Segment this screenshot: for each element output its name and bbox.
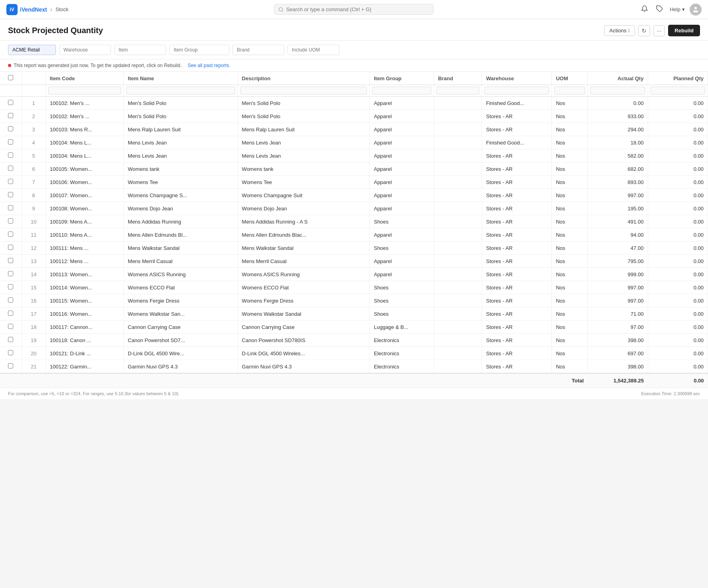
row-itemcode: 100105: Women... <box>46 162 123 176</box>
avatar[interactable] <box>690 4 702 16</box>
row-warehouse: Stores - AR <box>482 110 552 123</box>
row-checkbox[interactable] <box>8 311 13 316</box>
table-row: 19 100118: Canon ... Canon Powershot SD7… <box>0 334 708 347</box>
row-uom: Nos <box>552 202 588 215</box>
row-checkbox-cell <box>0 202 22 215</box>
notice-link[interactable]: See all past reports. <box>188 63 230 68</box>
filter-brand-input[interactable] <box>436 87 479 95</box>
col-header-plannedqty[interactable]: Planned Qty <box>648 72 708 85</box>
nav-separator: › <box>50 6 52 13</box>
row-itemgroup: Shoes <box>370 215 434 228</box>
row-warehouse: Stores - AR <box>482 162 552 176</box>
row-checkbox[interactable] <box>8 126 13 131</box>
row-itemname: Mens Walkstar Sandal <box>124 242 238 255</box>
row-checkbox-cell <box>0 360 22 374</box>
filter-rownum-col <box>22 85 46 97</box>
row-checkbox[interactable] <box>8 232 13 237</box>
col-header-actualqty[interactable]: Actual Qty <box>588 72 648 85</box>
tags-button[interactable] <box>654 4 665 16</box>
table-row: 15 100114: Women... Womens ECCO Flat Wom… <box>0 281 708 294</box>
row-itemgroup: Electronics <box>370 360 434 374</box>
row-checkbox[interactable] <box>8 218 13 224</box>
row-itemname: Cannon Carrying Case <box>124 321 238 334</box>
help-button[interactable]: Help ▾ <box>670 6 685 12</box>
row-checkbox[interactable] <box>8 139 13 145</box>
row-itemcode: 100112: Mens ... <box>46 255 123 268</box>
filter-actual-input[interactable] <box>590 87 645 95</box>
row-warehouse: Stores - AR <box>482 255 552 268</box>
uom-filter[interactable] <box>288 45 339 55</box>
refresh-button[interactable]: ↻ <box>638 25 650 36</box>
item-filter[interactable] <box>114 45 166 55</box>
brand-filter[interactable] <box>232 45 284 55</box>
row-itemcode: 100118: Canon ... <box>46 334 123 347</box>
search-input[interactable] <box>286 6 430 12</box>
notifications-button[interactable] <box>639 4 650 16</box>
row-checkbox[interactable] <box>8 337 13 342</box>
filter-actual-col <box>588 85 648 97</box>
row-num: 5 <box>22 149 46 162</box>
row-uom: Nos <box>552 294 588 307</box>
filter-itemcode-input[interactable] <box>48 87 121 95</box>
warehouse-filter[interactable] <box>59 45 111 55</box>
search-bar[interactable] <box>274 4 434 15</box>
row-itemname: Womens Fergie Dress <box>124 294 238 307</box>
col-header-description[interactable]: Description <box>238 72 370 85</box>
row-uom: Nos <box>552 255 588 268</box>
page-title: Stock Projected Quantity <box>8 26 103 35</box>
row-checkbox[interactable] <box>8 271 13 276</box>
row-checkbox[interactable] <box>8 166 13 171</box>
actions-button[interactable]: Actions ⁝ <box>604 25 635 36</box>
row-checkbox[interactable] <box>8 205 13 210</box>
row-num: 3 <box>22 123 46 136</box>
col-header-itemcode[interactable]: Item Code <box>46 72 123 85</box>
row-itemcode: 100115: Women... <box>46 294 123 307</box>
row-checkbox[interactable] <box>8 297 13 303</box>
filter-warehouse-input[interactable] <box>484 87 549 95</box>
row-actual: 47.00 <box>588 242 648 255</box>
company-filter[interactable] <box>8 45 56 55</box>
app-logo[interactable]: iV iVendNext <box>6 4 47 15</box>
row-checkbox[interactable] <box>8 100 13 105</box>
row-checkbox[interactable] <box>8 258 13 263</box>
col-header-uom[interactable]: UOM <box>552 72 588 85</box>
row-checkbox[interactable] <box>8 192 13 197</box>
row-itemgroup: Shoes <box>370 294 434 307</box>
col-header-itemname[interactable]: Item Name <box>124 72 238 85</box>
page-actions: Actions ⁝ ↻ ··· Rebuild <box>604 25 700 36</box>
filter-uom-input[interactable] <box>554 87 585 95</box>
table-row: 12 100111: Mens ... Mens Walkstar Sandal… <box>0 242 708 255</box>
row-actual: 94.00 <box>588 228 648 242</box>
filter-itemgroup-input[interactable] <box>372 87 431 95</box>
row-checkbox-cell <box>0 228 22 242</box>
row-checkbox[interactable] <box>8 179 13 184</box>
row-checkbox[interactable] <box>8 152 13 158</box>
row-planned: 0.00 <box>648 123 708 136</box>
filter-desc-input[interactable] <box>240 87 367 95</box>
row-uom: Nos <box>552 281 588 294</box>
row-checkbox[interactable] <box>8 363 13 368</box>
more-options-button[interactable]: ··· <box>653 25 665 36</box>
row-checkbox[interactable] <box>8 284 13 289</box>
row-checkbox[interactable] <box>8 350 13 355</box>
row-planned: 0.00 <box>648 110 708 123</box>
select-all-checkbox[interactable] <box>8 75 13 80</box>
row-checkbox[interactable] <box>8 324 13 329</box>
nav-stock[interactable]: Stock <box>56 6 69 12</box>
filter-planned-col <box>648 85 708 97</box>
col-header-brand[interactable]: Brand <box>434 72 482 85</box>
svg-point-0 <box>279 8 283 11</box>
col-header-itemgroup[interactable]: Item Group <box>370 72 434 85</box>
row-checkbox[interactable] <box>8 113 13 118</box>
col-header-warehouse[interactable]: Warehouse <box>482 72 552 85</box>
itemgroup-filter[interactable] <box>169 45 229 55</box>
row-checkbox-cell <box>0 347 22 360</box>
filter-planned-input[interactable] <box>650 87 705 95</box>
table-row: 17 100116: Women... Womens Walkstar San.… <box>0 307 708 321</box>
row-itemcode: 100111: Mens ... <box>46 242 123 255</box>
rebuild-button[interactable]: Rebuild <box>668 25 700 36</box>
filter-itemname-input[interactable] <box>126 87 235 95</box>
row-brand <box>434 360 482 374</box>
row-checkbox[interactable] <box>8 245 13 250</box>
row-desc: Mens Levis Jean <box>238 136 370 149</box>
